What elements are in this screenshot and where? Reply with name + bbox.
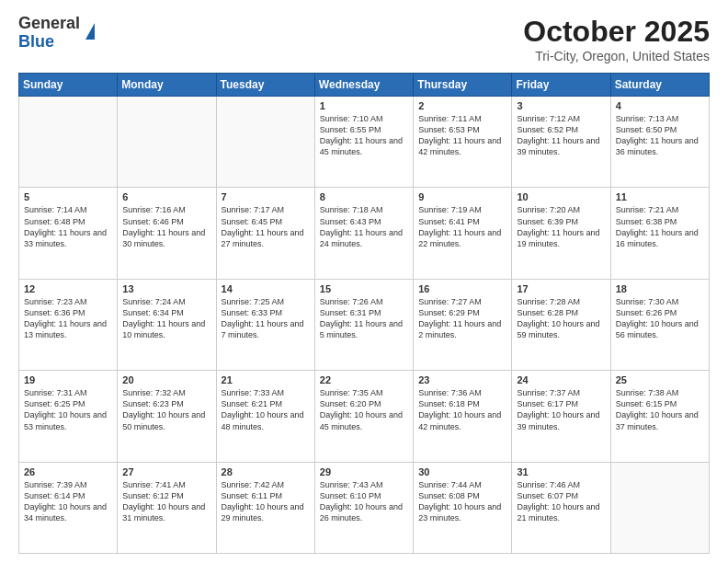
- day-number: 11: [616, 191, 704, 202]
- day-info: Sunrise: 7:26 AM Sunset: 6:31 PM Dayligh…: [320, 296, 408, 341]
- calendar-day-cell: 13Sunrise: 7:24 AM Sunset: 6:34 PM Dayli…: [118, 279, 216, 370]
- weekday-header: Sunday: [19, 74, 118, 97]
- calendar-day-cell: [610, 462, 709, 553]
- day-number: 31: [517, 466, 605, 477]
- calendar-day-cell: 15Sunrise: 7:26 AM Sunset: 6:31 PM Dayli…: [314, 279, 413, 370]
- location-subtitle: Tri-City, Oregon, United States: [523, 49, 710, 63]
- calendar-day-cell: [19, 97, 118, 188]
- calendar-week-row: 26Sunrise: 7:39 AM Sunset: 6:14 PM Dayli…: [19, 462, 710, 553]
- calendar-week-row: 19Sunrise: 7:31 AM Sunset: 6:25 PM Dayli…: [19, 371, 710, 462]
- day-number: 18: [616, 283, 704, 294]
- day-number: 28: [222, 466, 310, 477]
- day-info: Sunrise: 7:44 AM Sunset: 6:08 PM Dayligh…: [418, 479, 506, 524]
- day-info: Sunrise: 7:11 AM Sunset: 6:53 PM Dayligh…: [418, 113, 506, 158]
- day-number: 5: [24, 191, 112, 202]
- calendar-day-cell: 28Sunrise: 7:42 AM Sunset: 6:11 PM Dayli…: [216, 462, 314, 553]
- day-info: Sunrise: 7:37 AM Sunset: 6:17 PM Dayligh…: [517, 387, 605, 432]
- day-number: 3: [517, 100, 605, 111]
- calendar-day-cell: 10Sunrise: 7:20 AM Sunset: 6:39 PM Dayli…: [512, 188, 610, 279]
- day-number: 21: [222, 374, 310, 385]
- calendar-day-cell: 7Sunrise: 7:17 AM Sunset: 6:45 PM Daylig…: [216, 188, 314, 279]
- calendar-day-cell: 30Sunrise: 7:44 AM Sunset: 6:08 PM Dayli…: [414, 462, 512, 553]
- day-info: Sunrise: 7:31 AM Sunset: 6:25 PM Dayligh…: [24, 387, 112, 432]
- calendar-day-cell: 24Sunrise: 7:37 AM Sunset: 6:17 PM Dayli…: [512, 371, 610, 462]
- calendar-day-cell: 27Sunrise: 7:41 AM Sunset: 6:12 PM Dayli…: [118, 462, 216, 553]
- weekday-header: Monday: [118, 74, 216, 97]
- month-title: October 2025: [523, 15, 710, 49]
- day-info: Sunrise: 7:42 AM Sunset: 6:11 PM Dayligh…: [222, 479, 310, 524]
- calendar-day-cell: 8Sunrise: 7:18 AM Sunset: 6:43 PM Daylig…: [314, 188, 413, 279]
- day-number: 26: [24, 466, 112, 477]
- weekday-header: Tuesday: [216, 74, 314, 97]
- day-info: Sunrise: 7:33 AM Sunset: 6:21 PM Dayligh…: [222, 387, 310, 432]
- calendar-day-cell: 9Sunrise: 7:19 AM Sunset: 6:41 PM Daylig…: [414, 188, 512, 279]
- day-number: 16: [418, 283, 506, 294]
- day-info: Sunrise: 7:27 AM Sunset: 6:29 PM Dayligh…: [418, 296, 506, 341]
- calendar-table: SundayMondayTuesdayWednesdayThursdayFrid…: [18, 73, 710, 554]
- calendar-day-cell: 12Sunrise: 7:23 AM Sunset: 6:36 PM Dayli…: [19, 279, 118, 370]
- day-number: 17: [517, 283, 605, 294]
- weekday-header: Wednesday: [314, 74, 413, 97]
- calendar-day-cell: 22Sunrise: 7:35 AM Sunset: 6:20 PM Dayli…: [314, 371, 413, 462]
- day-number: 23: [418, 374, 506, 385]
- logo: General Blue: [18, 15, 95, 52]
- day-number: 13: [122, 283, 210, 294]
- weekday-header: Friday: [512, 74, 610, 97]
- logo-blue: Blue: [18, 32, 54, 51]
- logo-general: General: [18, 14, 80, 32]
- calendar-day-cell: 29Sunrise: 7:43 AM Sunset: 6:10 PM Dayli…: [314, 462, 413, 553]
- calendar-day-cell: 2Sunrise: 7:11 AM Sunset: 6:53 PM Daylig…: [414, 97, 512, 188]
- day-number: 12: [24, 283, 112, 294]
- logo-text-block: General Blue: [18, 15, 80, 52]
- day-info: Sunrise: 7:13 AM Sunset: 6:50 PM Dayligh…: [616, 113, 704, 158]
- day-number: 1: [320, 100, 408, 111]
- day-number: 7: [222, 191, 310, 202]
- day-info: Sunrise: 7:46 AM Sunset: 6:07 PM Dayligh…: [517, 479, 605, 524]
- day-info: Sunrise: 7:32 AM Sunset: 6:23 PM Dayligh…: [122, 387, 210, 432]
- day-number: 2: [418, 100, 506, 111]
- calendar-day-cell: 21Sunrise: 7:33 AM Sunset: 6:21 PM Dayli…: [216, 371, 314, 462]
- day-info: Sunrise: 7:36 AM Sunset: 6:18 PM Dayligh…: [418, 387, 506, 432]
- calendar-day-cell: [216, 97, 314, 188]
- calendar-week-row: 5Sunrise: 7:14 AM Sunset: 6:48 PM Daylig…: [19, 188, 710, 279]
- day-info: Sunrise: 7:41 AM Sunset: 6:12 PM Dayligh…: [122, 479, 210, 524]
- calendar-day-cell: 14Sunrise: 7:25 AM Sunset: 6:33 PM Dayli…: [216, 279, 314, 370]
- page: General Blue October 2025 Tri-City, Oreg…: [0, 0, 728, 563]
- calendar-day-cell: 20Sunrise: 7:32 AM Sunset: 6:23 PM Dayli…: [118, 371, 216, 462]
- day-number: 6: [122, 191, 210, 202]
- logo-triangle-icon: [85, 23, 95, 40]
- day-number: 19: [24, 374, 112, 385]
- calendar-day-cell: 25Sunrise: 7:38 AM Sunset: 6:15 PM Dayli…: [610, 371, 709, 462]
- day-info: Sunrise: 7:43 AM Sunset: 6:10 PM Dayligh…: [320, 479, 408, 524]
- day-number: 24: [517, 374, 605, 385]
- calendar-day-cell: 5Sunrise: 7:14 AM Sunset: 6:48 PM Daylig…: [19, 188, 118, 279]
- calendar-day-cell: 23Sunrise: 7:36 AM Sunset: 6:18 PM Dayli…: [414, 371, 512, 462]
- day-info: Sunrise: 7:17 AM Sunset: 6:45 PM Dayligh…: [222, 204, 310, 249]
- day-info: Sunrise: 7:10 AM Sunset: 6:55 PM Dayligh…: [320, 113, 408, 158]
- calendar-day-cell: 1Sunrise: 7:10 AM Sunset: 6:55 PM Daylig…: [314, 97, 413, 188]
- calendar-day-cell: [118, 97, 216, 188]
- day-number: 9: [418, 191, 506, 202]
- calendar-header-row: SundayMondayTuesdayWednesdayThursdayFrid…: [19, 74, 710, 97]
- day-info: Sunrise: 7:16 AM Sunset: 6:46 PM Dayligh…: [122, 204, 210, 249]
- calendar-day-cell: 17Sunrise: 7:28 AM Sunset: 6:28 PM Dayli…: [512, 279, 610, 370]
- day-info: Sunrise: 7:19 AM Sunset: 6:41 PM Dayligh…: [418, 204, 506, 249]
- day-info: Sunrise: 7:21 AM Sunset: 6:38 PM Dayligh…: [616, 204, 704, 249]
- day-info: Sunrise: 7:30 AM Sunset: 6:26 PM Dayligh…: [616, 296, 704, 341]
- calendar-day-cell: 3Sunrise: 7:12 AM Sunset: 6:52 PM Daylig…: [512, 97, 610, 188]
- day-info: Sunrise: 7:38 AM Sunset: 6:15 PM Dayligh…: [616, 387, 704, 432]
- calendar-day-cell: 18Sunrise: 7:30 AM Sunset: 6:26 PM Dayli…: [610, 279, 709, 370]
- calendar-day-cell: 26Sunrise: 7:39 AM Sunset: 6:14 PM Dayli…: [19, 462, 118, 553]
- calendar-day-cell: 11Sunrise: 7:21 AM Sunset: 6:38 PM Dayli…: [610, 188, 709, 279]
- calendar-day-cell: 6Sunrise: 7:16 AM Sunset: 6:46 PM Daylig…: [118, 188, 216, 279]
- day-number: 14: [222, 283, 310, 294]
- calendar-day-cell: 4Sunrise: 7:13 AM Sunset: 6:50 PM Daylig…: [610, 97, 709, 188]
- day-info: Sunrise: 7:28 AM Sunset: 6:28 PM Dayligh…: [517, 296, 605, 341]
- day-number: 8: [320, 191, 408, 202]
- weekday-header: Saturday: [610, 74, 709, 97]
- day-info: Sunrise: 7:39 AM Sunset: 6:14 PM Dayligh…: [24, 479, 112, 524]
- day-info: Sunrise: 7:18 AM Sunset: 6:43 PM Dayligh…: [320, 204, 408, 249]
- header: General Blue October 2025 Tri-City, Oreg…: [18, 15, 710, 63]
- day-info: Sunrise: 7:14 AM Sunset: 6:48 PM Dayligh…: [24, 204, 112, 249]
- calendar-day-cell: 31Sunrise: 7:46 AM Sunset: 6:07 PM Dayli…: [512, 462, 610, 553]
